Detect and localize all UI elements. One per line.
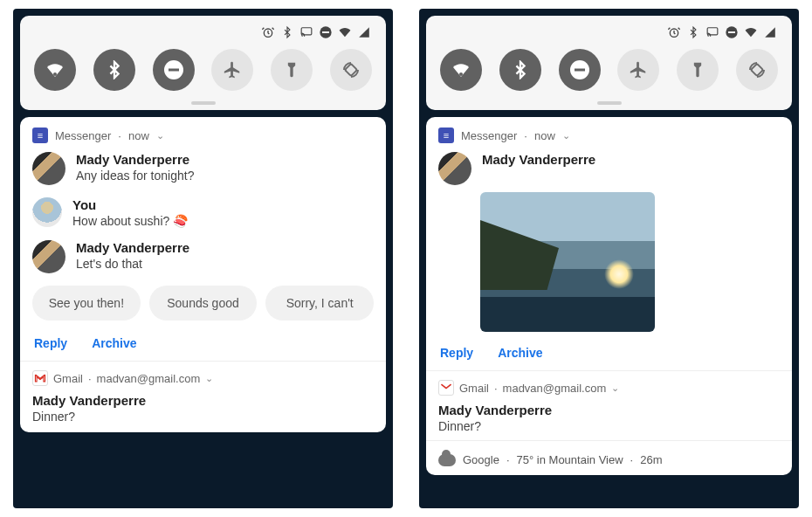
message-text: Any ideas for tonight? [76,169,374,183]
app-name: Gmail [53,372,83,385]
smart-reply-chip[interactable]: Sounds good [149,286,258,321]
wifi-icon [337,24,353,40]
messenger-notification[interactable]: ≡ Messenger · now ⌄ Mady Vanderperre Any… [20,117,386,432]
reply-action[interactable]: Reply [440,346,473,360]
gmail-account: madvan@gmail.com [503,382,607,395]
weather-age: 26m [640,453,662,466]
status-bar [27,24,379,45]
notification-actions: Reply Archive [438,339,780,363]
qs-bluetooth[interactable] [93,49,135,91]
dnd-icon [724,24,740,40]
drag-handle[interactable] [191,101,216,105]
smart-reply-chips: See you then! Sounds good Sorry, I can't [32,286,374,321]
notification-time: now [128,129,149,142]
weather-text: 75° in Mountain View [517,453,623,466]
sender-name: Mady Vanderperre [76,240,374,255]
sender-name: Mady Vanderperre [482,152,780,167]
notification-header: ≡ Messenger · now ⌄ [438,128,780,143]
gmail-subject: Dinner? [32,410,374,424]
smart-reply-chip[interactable]: See you then! [32,286,141,321]
notification-actions: Reply Archive [32,329,374,354]
smart-reply-chip[interactable]: Sorry, I can't [265,286,374,321]
signal-icon [762,24,778,40]
message-row: Mady Vanderperre Any ideas for tonight? [32,152,374,185]
svg-rect-6 [169,69,179,72]
message-row: Mady Vanderperre [438,152,780,185]
qs-wifi[interactable] [440,49,482,91]
qs-flashlight[interactable] [677,49,719,91]
message-row: You How about sushi? 🍣 [32,197,374,228]
bluetooth-icon [279,24,295,40]
alarm-icon [666,24,682,40]
status-bar [433,24,785,45]
gmail-sender: Mady Vanderperre [438,403,780,417]
avatar [32,197,62,227]
sender-name: You [72,197,374,212]
app-name: Gmail [459,382,489,395]
avatar [438,152,471,185]
qs-rotate[interactable] [330,49,372,91]
archive-action[interactable]: Archive [92,336,136,350]
quick-settings-row [27,45,379,98]
archive-action[interactable]: Archive [498,346,542,360]
quick-settings-panel [426,16,792,110]
cast-icon [299,24,314,40]
app-name: Messenger [55,129,111,142]
alarm-icon [260,24,276,40]
wifi-icon [743,24,759,40]
gmail-app-icon [438,380,454,396]
divider [426,370,792,371]
messenger-app-icon: ≡ [438,128,454,143]
messenger-app-icon: ≡ [32,128,48,143]
qs-flashlight[interactable] [271,49,313,91]
chevron-down-icon[interactable]: ⌄ [205,373,213,384]
qs-airplane[interactable] [617,49,659,91]
weather-notification[interactable]: Google · 75° in Mountain View · 26m [438,450,780,466]
qs-dnd[interactable] [153,49,195,91]
qs-dnd[interactable] [559,49,601,91]
message-text: How about sushi? 🍣 [72,214,374,228]
message-text: Let's do that [76,257,374,271]
chevron-down-icon[interactable]: ⌄ [562,130,570,141]
qs-rotate[interactable] [736,49,778,91]
avatar [32,240,65,273]
messenger-notification[interactable]: ≡ Messenger · now ⌄ Mady Vanderperre Rep… [426,117,792,475]
quick-settings-row [433,45,785,98]
avatar [32,152,65,185]
cast-icon [705,24,720,40]
quick-settings-panel [20,16,386,110]
notification-time: now [534,129,555,142]
sender-name: Mady Vanderperre [76,152,374,167]
svg-point-4 [53,72,57,76]
image-attachment[interactable] [480,192,655,332]
gmail-subject: Dinner? [438,419,780,433]
qs-bluetooth[interactable] [499,49,541,91]
gmail-app-icon [32,370,48,386]
drag-handle[interactable] [597,101,622,105]
message-row: Mady Vanderperre Let's do that [32,240,374,273]
gmail-account: madvan@gmail.com [97,372,201,385]
svg-rect-11 [728,31,735,33]
gmail-sender: Mady Vanderperre [32,393,374,408]
signal-icon [356,24,372,40]
svg-point-12 [459,72,463,76]
app-name: Messenger [461,129,517,142]
cloud-icon [438,454,456,466]
divider [20,361,386,362]
divider [426,440,792,441]
notification-header: ≡ Messenger · now ⌄ [32,128,374,143]
weather-source: Google [463,453,499,466]
gmail-header: Gmail · madvan@gmail.com ⌄ [438,380,780,396]
phone-right: ≡ Messenger · now ⌄ Mady Vanderperre Rep… [419,9,799,508]
qs-airplane[interactable] [211,49,253,91]
svg-rect-14 [575,69,585,72]
svg-rect-3 [322,31,329,33]
phone-left: ≡ Messenger · now ⌄ Mady Vanderperre Any… [13,9,393,508]
bluetooth-icon [685,24,701,40]
chevron-down-icon[interactable]: ⌄ [611,383,619,394]
qs-wifi[interactable] [34,49,76,91]
gmail-header: Gmail · madvan@gmail.com ⌄ [32,370,374,386]
dnd-icon [318,24,334,40]
reply-action[interactable]: Reply [34,336,67,350]
chevron-down-icon[interactable]: ⌄ [156,130,164,141]
